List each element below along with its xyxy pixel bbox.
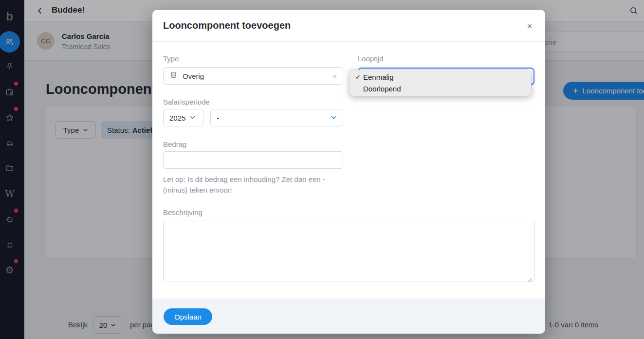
salary-period-value: - bbox=[217, 114, 219, 122]
option-doorlopend[interactable]: Doorlopend bbox=[350, 83, 531, 94]
salarisperiode-label: Salarisperiode bbox=[163, 98, 210, 106]
looptijd-dropdown: ✓ Eenmalig Doorlopend bbox=[350, 70, 531, 96]
option-label: Doorlopend bbox=[363, 85, 401, 93]
salary-year-select[interactable]: 2025 bbox=[163, 109, 203, 126]
type-select-value: Overig bbox=[183, 72, 204, 80]
beschrijving-label: Beschrijving bbox=[163, 208, 202, 216]
looptijd-label: Looptijd bbox=[358, 54, 384, 63]
bedrag-input[interactable] bbox=[163, 151, 343, 169]
clear-icon[interactable]: × bbox=[332, 72, 337, 80]
modal-footer: Opslaan bbox=[152, 299, 545, 334]
option-label: Eenmalig bbox=[363, 73, 394, 81]
bedrag-label: Bedrag bbox=[163, 140, 186, 148]
beschrijving-textarea[interactable] bbox=[163, 220, 534, 282]
close-icon[interactable]: × bbox=[523, 19, 536, 33]
looncomponent-modal: Looncomponent toevoegen × Type Looptijd … bbox=[152, 10, 545, 334]
app-screen: Buddee! CG Carlos García Teamlead Sales … bbox=[0, 0, 644, 339]
type-label: Type bbox=[163, 54, 179, 63]
salary-period-select[interactable]: - bbox=[210, 109, 343, 126]
chevron-down-icon bbox=[189, 114, 196, 122]
coins-icon bbox=[169, 71, 178, 81]
chevron-down-icon bbox=[331, 114, 337, 122]
check-icon: ✓ bbox=[355, 73, 362, 81]
modal-header: Looncomponent toevoegen × bbox=[152, 10, 545, 42]
modal-title: Looncomponent toevoegen bbox=[163, 20, 291, 31]
bedrag-note: Let op: Is dit bedrag een inhouding? Zet… bbox=[163, 174, 350, 196]
salary-year-value: 2025 bbox=[169, 114, 185, 122]
type-select[interactable]: Overig × bbox=[163, 67, 343, 85]
option-eenmalig[interactable]: ✓ Eenmalig bbox=[350, 71, 531, 83]
save-button[interactable]: Opslaan bbox=[164, 308, 212, 325]
